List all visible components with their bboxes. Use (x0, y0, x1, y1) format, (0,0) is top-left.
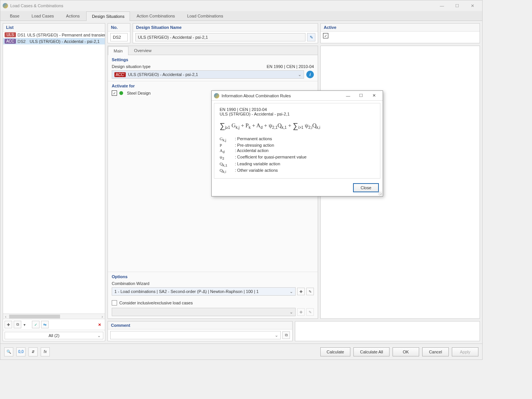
dialog-close-button[interactable]: Close (353, 183, 379, 192)
name-field[interactable]: ULS (STR/GEO) - Accidental - psi-2,1 (135, 33, 306, 41)
badge-acc: ACC' (114, 72, 126, 77)
list-toolbar: ✚ ⧉ ▾ ✓ ⇆ ✕ (3, 319, 105, 330)
type-label: Design situation type (112, 64, 150, 69)
name-title: Design Situation Name (133, 24, 318, 32)
type-dropdown[interactable]: ACC' ULS (STR/GEO) - Accidental - psi-2,… (112, 70, 304, 79)
dialog-body: EN 1990 | CEN | 2010-04 ULS (STR/GEO) - … (214, 103, 380, 179)
no-value: DS2 (110, 33, 128, 41)
active-title: Active (321, 24, 480, 32)
scroll-thumb[interactable] (9, 315, 60, 318)
name-panel: Design Situation Name ULS (STR/GEO) - Ac… (133, 23, 318, 43)
comment-pick-icon[interactable]: ⧉ (282, 331, 290, 339)
chevron-down-icon: ⌄ (275, 333, 278, 338)
ok-button[interactable]: OK (393, 347, 419, 356)
consider-checkbox[interactable] (112, 300, 117, 306)
wizard-value: 1 - Load combinations | SA2 - Second-ord… (114, 289, 259, 294)
chevron-down-icon: ⌄ (290, 310, 293, 315)
no-panel: No. DS2 (108, 23, 130, 43)
new-item-icon[interactable]: ✚ (5, 321, 12, 328)
calculate-all-button[interactable]: Calculate All (353, 347, 390, 356)
legend-desc: : Coefficient for quasi-permanent value (235, 155, 307, 160)
comment-field[interactable]: ⌄ (110, 331, 281, 339)
legend-desc: : Other variable actions (235, 168, 278, 174)
list-scrollbar[interactable]: ‹ › (3, 314, 105, 319)
list-item[interactable]: ACC DS2 ULS (STR/GEO) - Accidental - psi… (3, 38, 105, 44)
wizard-edit-icon[interactable]: ✎ (306, 288, 314, 295)
tree-icon[interactable]: ⇵ (28, 347, 38, 356)
scroll-left-icon[interactable]: ‹ (3, 314, 8, 319)
active-panel: Active ✓ (320, 23, 480, 43)
fx-icon[interactable]: fx (41, 347, 50, 356)
apply-button: Apply (452, 347, 478, 356)
dropdown-icon[interactable]: ▾ (23, 321, 26, 328)
app-icon (3, 3, 8, 8)
window-title: Load Cases & Combinations (10, 3, 63, 8)
dialog-title: Information About Combination Rules (222, 93, 291, 98)
close-icon[interactable]: ✕ (465, 1, 480, 10)
scroll-right-icon[interactable]: › (100, 314, 105, 319)
check-all-icon[interactable]: ✓ (32, 321, 40, 328)
subtab-overview[interactable]: Overview (128, 46, 157, 55)
info-icon[interactable]: i (306, 71, 314, 78)
dialog-line2: ULS (STR/GEO) - Accidental - psi-2,1 (220, 112, 375, 116)
app-icon (214, 93, 219, 98)
list-panel: List ULS DS1 ULS (STR/GEO) - Permanent a… (3, 23, 105, 341)
list-item-label: ULS (STR/GEO) - Permanent and transient … (27, 33, 105, 37)
main-tabs: Base Load Cases Actions Design Situation… (0, 11, 482, 21)
info-dialog: Information About Combination Rules — ☐ … (211, 90, 383, 196)
dialog-close-icon[interactable]: ✕ (367, 92, 380, 100)
search-icon[interactable]: 🔍 (4, 347, 13, 356)
activate-title: Activate for (112, 84, 314, 88)
options-title: Options (112, 274, 314, 279)
calculate-button[interactable]: Calculate (320, 347, 351, 356)
list-item[interactable]: ULS DS1 ULS (STR/GEO) - Permanent and tr… (3, 32, 105, 38)
comment-side-panel (295, 321, 480, 341)
badge-uls: ULS (5, 32, 16, 37)
list-item-code: DS2 (17, 39, 28, 44)
comment-panel: Comment ⌄ ⧉ (108, 321, 293, 341)
list-item-code: DS1 (17, 33, 25, 37)
minimize-icon[interactable]: — (434, 1, 450, 10)
situation-list[interactable]: ULS DS1 ULS (STR/GEO) - Permanent and tr… (3, 32, 105, 314)
dialog-minimize-icon[interactable]: — (342, 92, 355, 100)
units-icon[interactable]: 0,0 (16, 347, 25, 356)
maximize-icon[interactable]: ☐ (450, 1, 465, 10)
type-value: ULS (STR/GEO) - Accidental - psi-2,1 (128, 72, 198, 77)
tab-actions[interactable]: Actions (60, 11, 86, 21)
status-dot-icon (119, 91, 123, 95)
combination-formula: ∑j≥1 Gk,j + Pk + Ad + ψ2,1Qk,1 + ∑i>1 ψ2… (220, 122, 375, 130)
legend-desc: : Pre-stressing action (235, 143, 274, 147)
badge-acc: ACC (5, 39, 16, 44)
legend: Gk,j: Permanent actions P: Pre-stressing… (220, 136, 375, 174)
no-title: No. (108, 24, 130, 32)
wizard-label: Combination Wizard (112, 281, 314, 286)
tab-design-situations[interactable]: Design Situations (86, 11, 130, 21)
consider-dropdown: ⌄ (112, 308, 296, 316)
edit-name-icon[interactable]: ✎ (307, 33, 315, 41)
tab-base[interactable]: Base (4, 11, 25, 21)
resize-grip-icon[interactable] (378, 192, 382, 195)
copy-item-icon[interactable]: ⧉ (14, 321, 21, 328)
consider-label: Consider inclusive/exclusive load cases (119, 301, 193, 305)
filter-dropdown[interactable]: All (2) ⌄ (5, 332, 103, 339)
dialog-maximize-icon[interactable]: ☐ (355, 92, 367, 100)
legend-desc: : Permanent actions (235, 136, 272, 142)
steel-checkbox[interactable]: ✓ (112, 90, 117, 96)
legend-desc: : Leading variable action (235, 162, 280, 167)
consider-edit-icon: ✎ (306, 308, 314, 316)
filter-value: All (2) (49, 333, 60, 338)
detail-tabs: Main Overview (108, 46, 318, 55)
subtab-main[interactable]: Main (108, 46, 128, 55)
main-window: Load Cases & Combinations — ☐ ✕ Base Loa… (0, 0, 483, 360)
tab-action-combinations[interactable]: Action Combinations (131, 11, 180, 21)
delete-icon[interactable]: ✕ (96, 321, 103, 328)
wizard-dropdown[interactable]: 1 - Load combinations | SA2 - Second-ord… (112, 287, 296, 296)
wizard-new-icon[interactable]: ✚ (297, 288, 305, 295)
uncheck-all-icon[interactable]: ⇆ (41, 321, 49, 328)
active-checkbox[interactable]: ✓ (323, 33, 328, 38)
consider-new-icon: ✚ (297, 308, 305, 316)
tab-load-cases[interactable]: Load Cases (26, 11, 60, 21)
chevron-down-icon: ⌄ (298, 72, 301, 77)
cancel-button[interactable]: Cancel (422, 347, 449, 356)
tab-load-combinations[interactable]: Load Combinations (181, 11, 229, 21)
